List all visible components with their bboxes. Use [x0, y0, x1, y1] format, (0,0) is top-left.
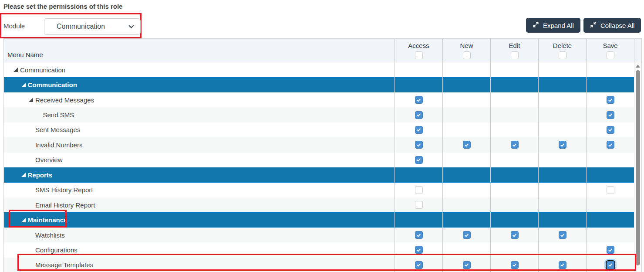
menu-name-cell: Reports: [4, 167, 394, 182]
checkbox-delete-select-all[interactable]: [559, 51, 566, 59]
expand-all-button[interactable]: Expand All: [526, 18, 580, 33]
perm-cell-save: [586, 212, 634, 227]
tree-collapse-triangle-icon[interactable]: [21, 173, 26, 177]
checkbox-access[interactable]: [415, 111, 423, 119]
row-label: Received Messages: [35, 96, 94, 104]
perm-cell-edit: [490, 212, 538, 227]
checkbox-access[interactable]: [415, 156, 423, 164]
perm-cell-save: [586, 92, 634, 107]
module-select[interactable]: Communication: [44, 18, 141, 35]
checkbox-save[interactable]: [607, 141, 614, 149]
scrollbar-thumb[interactable]: [636, 70, 640, 265]
column-header-label: Save: [603, 42, 617, 49]
row-label: Communication: [28, 81, 77, 88]
perm-cell-access: [394, 167, 442, 182]
perm-cell-access: [394, 197, 442, 212]
chevron-down-icon: [128, 25, 134, 29]
row-label: Send SMS: [43, 111, 74, 119]
table-row: Email History Report: [4, 197, 634, 212]
perm-cell-access: [394, 212, 442, 227]
checkbox-edit-select-all[interactable]: [511, 51, 519, 59]
checkbox-access[interactable]: [415, 261, 423, 269]
table-row: Send SMS: [4, 107, 634, 122]
perm-cell-access: [394, 107, 442, 122]
page-title: Please set the permissions of this role: [3, 3, 122, 10]
checkbox-save-select-all[interactable]: [607, 51, 614, 59]
checkbox-save[interactable]: [607, 186, 614, 194]
perm-cell-edit: [490, 242, 538, 257]
menu-name-cell: Configurations: [4, 242, 394, 257]
table-row: Communication: [4, 62, 634, 77]
perm-cell-save: [586, 137, 634, 152]
checkbox-access[interactable]: [415, 186, 423, 194]
checkbox-delete[interactable]: [559, 141, 566, 149]
checkbox-save-focused[interactable]: [607, 261, 614, 269]
column-header-save: Save: [586, 39, 634, 62]
perm-cell-delete: [538, 92, 586, 107]
perm-cell-save: [586, 197, 634, 212]
checkbox-access[interactable]: [415, 246, 423, 254]
collapse-all-label: Collapse All: [600, 22, 634, 29]
checkbox-save[interactable]: [607, 111, 614, 119]
perm-cell-new: [442, 258, 490, 272]
perm-cell-new: [442, 183, 490, 197]
perm-cell-access: [394, 153, 442, 167]
checkbox-access[interactable]: [415, 201, 423, 209]
tree-collapse-triangle-icon[interactable]: [13, 68, 18, 72]
table-row: Received Messages: [4, 92, 634, 107]
checkbox-save[interactable]: [607, 246, 614, 254]
checkbox-access-select-all[interactable]: [415, 51, 423, 59]
checkbox-access[interactable]: [415, 96, 423, 104]
table-row: Maintenance: [4, 212, 634, 227]
tree-collapse-triangle-icon[interactable]: [29, 98, 33, 102]
checkbox-access[interactable]: [415, 126, 423, 134]
checkbox-delete[interactable]: [559, 261, 566, 269]
perm-cell-delete: [538, 258, 586, 272]
checkbox-new[interactable]: [463, 141, 471, 149]
perm-cell-access: [394, 183, 442, 197]
table-rows: Communication Communication Received Mes…: [4, 62, 634, 272]
perm-cell-edit: [490, 183, 538, 197]
perm-cell-delete: [538, 228, 586, 242]
scroll-up-arrow-icon[interactable]: [636, 65, 640, 68]
table-header: Menu Name AccessNewEditDeleteSave: [4, 39, 641, 62]
tree-collapse-triangle-icon[interactable]: [21, 83, 26, 87]
checkbox-edit[interactable]: [511, 231, 519, 239]
vertical-scrollbar[interactable]: [634, 62, 641, 272]
column-header-label: Access: [408, 42, 429, 49]
menu-name-cell: Message Templates: [4, 258, 394, 272]
perm-cell-save: [586, 242, 634, 257]
perm-cell-access: [394, 242, 442, 257]
checkbox-new-select-all[interactable]: [463, 51, 471, 59]
menu-name-cell: Invalid Numbers: [4, 137, 394, 152]
perm-cell-edit: [490, 258, 538, 272]
checkbox-new[interactable]: [463, 231, 471, 239]
checkbox-access[interactable]: [415, 231, 423, 239]
checkbox-new[interactable]: [463, 261, 471, 269]
checkbox-save[interactable]: [607, 126, 614, 134]
menu-name-cell: Send SMS: [4, 107, 394, 122]
perm-cell-delete: [538, 122, 586, 137]
checkbox-access[interactable]: [415, 141, 423, 149]
column-header-label: Delete: [553, 42, 572, 49]
perm-cell-new: [442, 77, 490, 92]
column-header-label: Edit: [509, 42, 520, 49]
perm-cell-delete: [538, 153, 586, 167]
perm-cell-new: [442, 197, 490, 212]
perm-cell-save: [586, 122, 634, 137]
checkbox-save[interactable]: [607, 96, 614, 104]
checkbox-edit[interactable]: [511, 141, 519, 149]
row-label: Configurations: [35, 246, 78, 254]
checkbox-delete[interactable]: [559, 231, 566, 239]
row-label: Message Templates: [35, 261, 93, 269]
checkbox-edit[interactable]: [511, 261, 519, 269]
table-row: Invalid Numbers: [4, 137, 634, 152]
tree-collapse-triangle-icon[interactable]: [21, 218, 26, 222]
perm-cell-delete: [538, 77, 586, 92]
menu-name-cell: Overview: [4, 153, 394, 167]
perm-cell-delete: [538, 197, 586, 212]
menu-name-cell: SMS History Report: [4, 183, 394, 197]
expand-arrows-icon: [533, 21, 539, 29]
collapse-all-button[interactable]: Collapse All: [583, 18, 641, 33]
perm-cell-delete: [538, 167, 586, 182]
